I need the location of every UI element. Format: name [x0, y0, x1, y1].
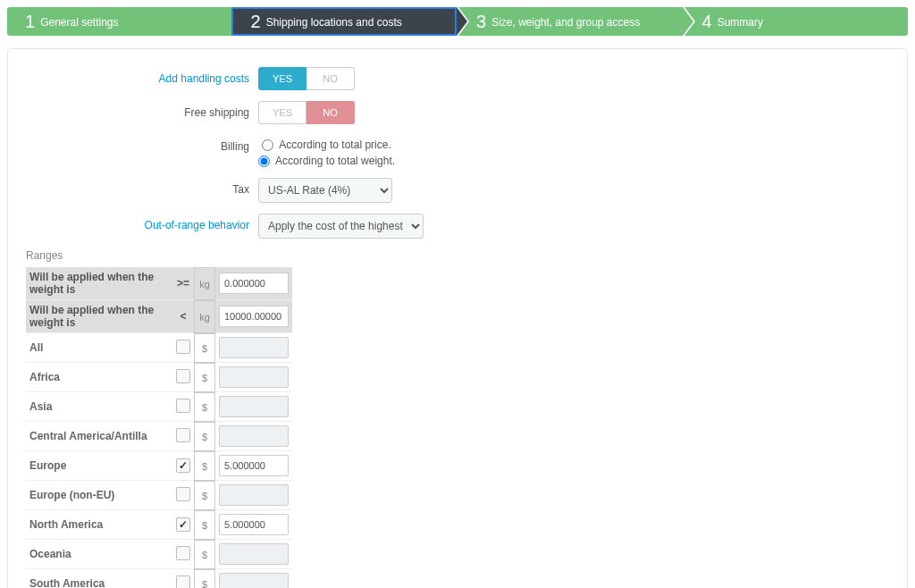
range-zone-label: North America [26, 510, 172, 540]
radio-input-billing-weight[interactable] [258, 155, 270, 167]
wizard-step-number: 4 [702, 12, 712, 31]
wizard-step-label: Shipping locations and costs [266, 16, 402, 29]
range-zone-value-input[interactable] [219, 366, 289, 388]
range-unit-price: $ [194, 451, 215, 481]
range-zone-value-input[interactable] [219, 484, 289, 506]
range-zone-checkbox[interactable] [176, 575, 190, 589]
range-zone-value-input[interactable] [219, 573, 289, 588]
label-free-shipping: Free shipping [26, 101, 258, 119]
wizard-step-3[interactable]: 3Size, weight, and group access [457, 7, 683, 36]
label-tax: Tax [26, 178, 258, 196]
toggle-free-shipping: YES NO [258, 101, 355, 124]
radio-label-billing-price: According to total price. [279, 139, 390, 151]
range-zone-label: Europe [26, 451, 172, 481]
range-zone-checkbox[interactable] [176, 487, 190, 501]
range-header-value-input[interactable] [219, 306, 289, 327]
toggle-free-no[interactable]: NO [306, 101, 355, 124]
range-unit-price: $ [194, 363, 215, 392]
toggle-handling-yes[interactable]: YES [258, 67, 306, 90]
range-zone-value-input[interactable] [219, 455, 289, 476]
range-header-value-input[interactable] [219, 273, 289, 294]
range-zone-label: Oceania [26, 540, 172, 569]
range-zone-label: Europe (non-EU) [26, 481, 172, 510]
range-unit-weight: kg [194, 300, 215, 333]
wizard-step-label: Summary [718, 16, 763, 29]
range-unit-price: $ [194, 540, 215, 569]
range-zone-value-input[interactable] [219, 337, 289, 358]
range-zone-checkbox[interactable] [176, 458, 190, 473]
range-zone-label: All [26, 333, 172, 363]
range-zone-value-input[interactable] [219, 514, 289, 535]
range-zone-value-input[interactable] [219, 425, 289, 447]
wizard-step-2[interactable]: 2Shipping locations and costs [231, 7, 458, 36]
range-zone-row: Asia$ [26, 392, 292, 422]
radio-billing-price[interactable]: According to total price. [262, 139, 390, 151]
range-zone-row: South America$ [26, 569, 292, 588]
radio-billing-weight[interactable]: According to total weight. [258, 155, 395, 167]
range-header-row: Will be applied when the weight is>=kg [26, 267, 292, 300]
range-zone-checkbox[interactable] [176, 399, 190, 413]
range-zone-label: Africa [26, 363, 172, 392]
range-zone-checkbox[interactable] [176, 340, 190, 354]
range-unit-price: $ [194, 392, 215, 422]
wizard-step-label: General settings [40, 16, 118, 29]
wizard-step-label: Size, weight, and group access [491, 16, 640, 29]
wizard-steps: 1General settings2Shipping locations and… [7, 7, 908, 36]
range-zone-checkbox[interactable] [176, 517, 190, 532]
range-zone-row: Africa$ [26, 363, 292, 392]
panel-shipping-locations: Add handling costs YES NO Free shipping … [7, 48, 908, 588]
range-zone-row: All$ [26, 333, 292, 363]
range-header-operator: >= [172, 267, 194, 300]
wizard-step-4[interactable]: 4Summary [683, 7, 909, 36]
range-zone-label: Asia [26, 392, 172, 422]
range-zone-label: South America [26, 569, 172, 588]
range-header-label: Will be applied when the weight is [26, 267, 172, 300]
label-add-handling-costs: Add handling costs [26, 67, 258, 85]
wizard-step-1[interactable]: 1General settings [7, 7, 231, 36]
wizard-step-number: 1 [25, 12, 35, 31]
range-zone-row: Central America/Antilla$ [26, 422, 292, 451]
label-out-of-range: Out-of-range behavior [26, 214, 258, 231]
range-zone-row: Europe (non-EU)$ [26, 481, 292, 510]
range-zone-row: Europe$ [26, 451, 292, 481]
range-zone-value-input[interactable] [219, 396, 289, 417]
range-zone-row: North America$ [26, 510, 292, 540]
range-zone-checkbox[interactable] [176, 546, 190, 560]
ranges-heading: Ranges [26, 249, 889, 262]
range-unit-price: $ [194, 333, 215, 363]
range-unit-price: $ [194, 569, 215, 588]
range-zone-checkbox[interactable] [176, 428, 190, 442]
radio-label-billing-weight: According to total weight. [275, 155, 395, 167]
range-zone-value-input[interactable] [219, 543, 289, 565]
wizard-step-number: 3 [476, 12, 486, 31]
toggle-free-yes[interactable]: YES [258, 101, 306, 124]
range-zone-checkbox[interactable] [176, 369, 190, 383]
range-header-operator: < [172, 300, 194, 333]
range-zone-row: Oceania$ [26, 540, 292, 569]
radio-group-billing: According to total price. According to t… [258, 135, 395, 167]
range-header-row: Will be applied when the weight is<kg [26, 300, 292, 333]
radio-input-billing-price[interactable] [262, 139, 273, 151]
range-unit-price: $ [194, 422, 215, 451]
range-unit-price: $ [194, 481, 215, 510]
toggle-add-handling-costs: YES NO [258, 67, 355, 90]
range-unit-weight: kg [194, 267, 215, 300]
select-tax[interactable]: US-AL Rate (4%) [258, 178, 392, 203]
range-header-label: Will be applied when the weight is [26, 300, 172, 333]
range-unit-price: $ [194, 510, 215, 540]
select-out-of-range[interactable]: Apply the cost of the highest [258, 214, 424, 239]
range-zone-label: Central America/Antilla [26, 422, 172, 451]
toggle-handling-no[interactable]: NO [306, 67, 355, 90]
wizard-step-number: 2 [251, 12, 261, 31]
label-billing: Billing [26, 135, 258, 153]
ranges-table: Will be applied when the weight is>=kgWi… [26, 267, 292, 588]
